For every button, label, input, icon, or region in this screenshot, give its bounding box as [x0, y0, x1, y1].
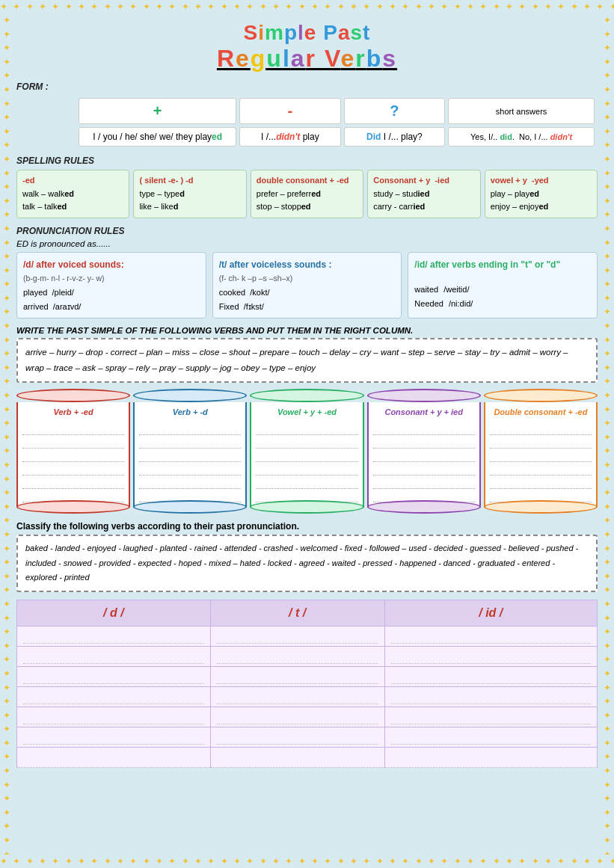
cyl-line[interactable] [22, 422, 124, 435]
table-row [17, 687, 598, 707]
pron-cell-id-2[interactable] [384, 647, 597, 667]
title2-a: a [291, 45, 306, 72]
cyl-line[interactable] [256, 435, 357, 449]
cyl-line[interactable] [490, 422, 592, 435]
form-label: FORM : [16, 81, 598, 92]
cyl-line[interactable] [22, 449, 124, 462]
title2-b: b [366, 45, 383, 72]
star-border-bottom: ✦ ✦ ✦ ✦ ✦ ✦ ✦ ✦ ✦ ✦ ✦ ✦ ✦ ✦ ✦ ✦ ✦ ✦ ✦ ✦ … [0, 855, 614, 868]
spelling-label: SPELLING RULES [16, 156, 598, 166]
cyl-blue-label: Verb + -d [139, 405, 241, 419]
pron-cell-id-1[interactable] [384, 627, 597, 647]
cyl-line[interactable] [490, 435, 592, 449]
spell-box-1: -ed walk – walkedtalk – talked [16, 170, 129, 218]
title-char-a: a [338, 21, 351, 44]
pron-cell-d-3[interactable] [17, 667, 211, 687]
pron-cell-d-5[interactable] [17, 707, 211, 727]
cyl-line[interactable] [490, 475, 592, 489]
pron-cell-t-2[interactable] [210, 647, 384, 667]
classify-instruction: Classify the following verbs according t… [16, 521, 598, 532]
cyl-line[interactable] [373, 435, 475, 449]
pron-cell-id-5[interactable] [384, 707, 597, 727]
cyl-line[interactable] [490, 449, 592, 462]
cylinders-row: Verb + -ed Verb + -d [16, 389, 598, 514]
pron-cell-id-3[interactable] [384, 667, 597, 687]
cyl-line[interactable] [373, 422, 475, 435]
cyl-line[interactable] [373, 475, 475, 489]
pron-cell-t-5[interactable] [210, 707, 384, 727]
cyl-orange-lines [490, 422, 592, 502]
cyl-line[interactable] [139, 462, 241, 475]
cylinder-5: Double consonant + -ed [484, 389, 598, 514]
pron-cell-id-4[interactable] [384, 687, 597, 707]
pron-cell-id-7[interactable] [384, 748, 597, 768]
form-positive-text: I / you / he/ she/ we/ they play [93, 132, 212, 142]
cyl-green-top [250, 389, 363, 402]
title2-r: r [306, 45, 316, 72]
pron-waited-ipa: /weitid/ [441, 283, 469, 297]
pron-id-examples: waited /weitid/ Needed /ni:did/ [414, 283, 591, 310]
pron-d-title: /d/ after voiced sounds: [23, 257, 200, 272]
cyl-line[interactable] [373, 462, 475, 475]
cyl-blue-top [133, 389, 247, 402]
pron-cell-t-6[interactable] [210, 727, 384, 748]
spell-box-2: ( silent -e- ) -d type – typedlike – lik… [133, 170, 246, 218]
title-char-P: P [323, 21, 338, 44]
cyl-line[interactable] [256, 422, 357, 435]
pron-table: / d / / t / / id / [16, 600, 598, 768]
cyl-orange-bottom [484, 500, 598, 514]
spell-box-4: Consonant + y -ied study – studiedcarry … [367, 170, 480, 218]
form-negative-cell: I /...didn't play [239, 127, 341, 147]
cyl-line[interactable] [256, 449, 357, 462]
form-short-did: did [500, 132, 512, 141]
pron-cell-d-4[interactable] [17, 687, 211, 707]
title2-R: R [217, 45, 236, 72]
pron-header-d: / d / [17, 600, 211, 627]
spell-examples-5: play – playedenjoy – enjoyed [491, 188, 592, 214]
pron-cell-t-3[interactable] [210, 667, 384, 687]
pron-cell-t-7[interactable] [210, 748, 384, 768]
pron-cell-d-2[interactable] [17, 647, 211, 667]
table-row [17, 667, 598, 687]
pron-t-examples: cooked /kokt/Fixed /fɪkst/ [219, 286, 396, 313]
pron-cell-t-1[interactable] [210, 627, 384, 647]
cyl-green-bottom [250, 500, 363, 514]
table-row [17, 707, 598, 727]
cyl-red-body: Verb + -ed [16, 402, 130, 507]
pron-cell-d-7[interactable] [17, 748, 211, 768]
form-question-cell: Did I /... play? [344, 127, 446, 147]
form-question-header: ? [344, 98, 446, 124]
pron-cell-t-4[interactable] [210, 687, 384, 707]
form-header-blank [19, 98, 76, 124]
cylinder-2: Verb + -d [133, 389, 247, 514]
title-char-i: i [258, 21, 265, 44]
pron-cell-d-6[interactable] [17, 727, 211, 748]
cyl-line[interactable] [139, 449, 241, 462]
title-char-e: e [304, 21, 317, 44]
pron-cell-d-1[interactable] [17, 627, 211, 647]
cyl-line[interactable] [139, 475, 241, 489]
form-positive-ed: ed [212, 132, 222, 142]
cyl-orange-label: Double consonant + -ed [490, 405, 592, 419]
cyl-line[interactable] [373, 449, 475, 462]
pron-cell-id-6[interactable] [384, 727, 597, 748]
cyl-line[interactable] [256, 462, 357, 475]
cyl-line[interactable] [22, 475, 124, 489]
cyl-blue-body: Verb + -d [133, 402, 247, 507]
form-short-header: short answers [448, 98, 595, 124]
cyl-line[interactable] [490, 462, 592, 475]
cyl-red-top [16, 389, 130, 402]
cyl-line[interactable] [22, 435, 124, 449]
cyl-line[interactable] [22, 462, 124, 475]
title-char-p: p [284, 21, 298, 44]
cyl-line[interactable] [139, 422, 241, 435]
title-char-m: m [265, 21, 284, 44]
cyl-line[interactable] [256, 475, 357, 489]
cyl-blue-lines [139, 422, 241, 502]
cylinder-orange: Double consonant + -ed [484, 389, 598, 514]
form-table: + - ? short answers I / you / he/ she/ w… [16, 95, 598, 150]
pron-t-detail: (f- ch- k –p –s –sh–x) [219, 272, 396, 286]
cyl-line[interactable] [139, 435, 241, 449]
spell-title-5: vowel + y -yed [491, 174, 592, 188]
pron-grid: /d/ after voiced sounds: (b-g-m- n-l - r… [16, 252, 598, 319]
